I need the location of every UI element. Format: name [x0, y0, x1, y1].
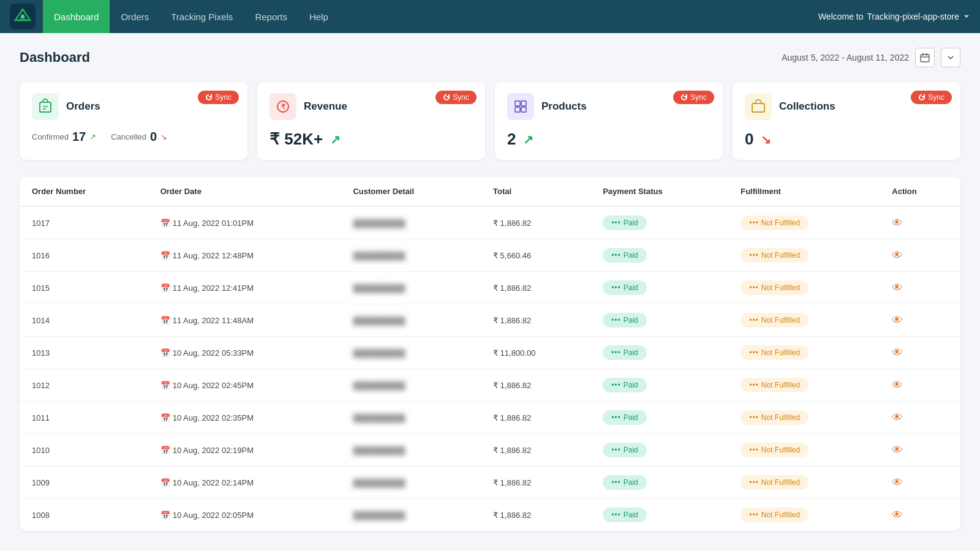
- view-order-button[interactable]: 👁: [892, 282, 903, 294]
- table-row: 1015 📅11 Aug, 2022 12:41PM ██████████ ₹ …: [20, 272, 960, 304]
- view-order-button[interactable]: 👁: [892, 509, 903, 521]
- svg-rect-13: [521, 101, 526, 106]
- fulfillment-badge: ••• Not Fulfilled: [741, 313, 809, 328]
- cell-order-date: 📅11 Aug, 2022 11:48AM: [148, 304, 341, 337]
- cell-total: ₹ 1,886.82: [481, 402, 590, 434]
- table-row: 1017 📅11 Aug, 2022 01:01PM ██████████ ₹ …: [20, 206, 960, 239]
- payment-badge: ••• Paid: [603, 508, 647, 522]
- view-order-button[interactable]: 👁: [892, 444, 903, 456]
- collections-sync-button[interactable]: Sync: [911, 91, 952, 104]
- cell-customer: ██████████: [341, 369, 481, 402]
- view-order-button[interactable]: 👁: [892, 217, 903, 229]
- revenue-card: Sync ₹ Revenue ₹ 52K+ ↗: [257, 82, 485, 160]
- cell-customer: ██████████: [341, 206, 481, 239]
- cell-payment-status: ••• Paid: [590, 239, 728, 272]
- payment-badge: ••• Paid: [603, 378, 647, 392]
- cell-total: ₹ 1,886.82: [481, 304, 590, 337]
- view-order-button[interactable]: 👁: [892, 347, 903, 359]
- customer-name: ██████████: [353, 252, 405, 260]
- cell-fulfillment: ••• Not Fulfilled: [728, 239, 880, 272]
- nav-reports[interactable]: Reports: [244, 0, 298, 33]
- calendar-picker[interactable]: [915, 48, 935, 67]
- payment-badge: ••• Paid: [603, 410, 647, 425]
- fulfillment-badge: ••• Not Fulfilled: [741, 475, 809, 490]
- collections-value: 0 ↘: [745, 130, 948, 149]
- svg-point-2: [21, 15, 24, 18]
- main-content: Dashboard August 5, 2022 - August 11, 20…: [0, 33, 980, 545]
- page-title: Dashboard: [20, 50, 90, 66]
- nav-help[interactable]: Help: [298, 0, 339, 33]
- view-order-button[interactable]: 👁: [892, 411, 903, 424]
- col-payment-status: Payment Status: [590, 177, 728, 206]
- orders-sync-button[interactable]: Sync: [198, 91, 239, 104]
- payment-badge: ••• Paid: [603, 345, 647, 360]
- cell-fulfillment: ••• Not Fulfilled: [728, 499, 880, 531]
- dropdown-arrow[interactable]: [941, 48, 960, 67]
- cell-order-number: 1009: [20, 467, 148, 499]
- payment-badge: ••• Paid: [603, 248, 647, 263]
- table-row: 1016 📅11 Aug, 2022 12:48PM ██████████ ₹ …: [20, 239, 960, 272]
- cell-order-number: 1015: [20, 272, 148, 304]
- cell-order-date: 📅11 Aug, 2022 12:48PM: [148, 239, 341, 272]
- cell-action: 👁: [880, 369, 960, 402]
- customer-name: ██████████: [353, 446, 405, 455]
- cell-total: ₹ 1,886.82: [481, 434, 590, 467]
- fulfillment-badge: ••• Not Fulfilled: [741, 248, 809, 263]
- products-label: Products: [541, 100, 587, 113]
- table-row: 1014 📅11 Aug, 2022 11:48AM ██████████ ₹ …: [20, 304, 960, 337]
- revenue-icon: ₹: [270, 93, 296, 120]
- cell-total: ₹ 1,886.82: [481, 369, 590, 402]
- cell-order-number: 1017: [20, 206, 148, 239]
- payment-badge: ••• Paid: [603, 280, 647, 295]
- cell-payment-status: ••• Paid: [590, 272, 728, 304]
- orders-table: Order Number Order Date Customer Detail …: [20, 177, 960, 531]
- view-order-button[interactable]: 👁: [892, 314, 903, 326]
- cancelled-orders: Cancelled 0 ↘: [111, 130, 167, 144]
- view-order-button[interactable]: 👁: [892, 379, 903, 391]
- view-order-button[interactable]: 👁: [892, 476, 903, 489]
- svg-rect-16: [752, 103, 764, 112]
- cell-total: ₹ 1,886.82: [481, 272, 590, 304]
- col-customer-detail: Customer Detail: [341, 177, 481, 206]
- cell-payment-status: ••• Paid: [590, 304, 728, 337]
- payment-badge: ••• Paid: [603, 216, 647, 230]
- svg-text:₹: ₹: [281, 103, 285, 110]
- nav-orders[interactable]: Orders: [110, 0, 160, 33]
- cell-payment-status: ••• Paid: [590, 369, 728, 402]
- table-row: 1010 📅10 Aug, 2022 02:19PM ██████████ ₹ …: [20, 434, 960, 467]
- customer-name: ██████████: [353, 317, 405, 325]
- navbar: Dashboard Orders Tracking Pixels Reports…: [0, 0, 980, 33]
- products-sync-button[interactable]: Sync: [673, 91, 714, 104]
- cell-order-date: 📅10 Aug, 2022 02:14PM: [148, 467, 341, 499]
- customer-name: ██████████: [353, 479, 405, 487]
- cell-order-number: 1012: [20, 369, 148, 402]
- revenue-sync-button[interactable]: Sync: [435, 91, 477, 104]
- nav-tracking-pixels[interactable]: Tracking Pixels: [160, 0, 244, 33]
- customer-name: ██████████: [353, 381, 405, 390]
- app-logo: [10, 4, 36, 29]
- col-total: Total: [481, 177, 590, 206]
- cell-fulfillment: ••• Not Fulfilled: [728, 337, 880, 369]
- cell-fulfillment: ••• Not Fulfilled: [728, 304, 880, 337]
- cell-customer: ██████████: [341, 434, 481, 467]
- col-action: Action: [880, 177, 960, 206]
- cell-total: ₹ 5,660.46: [481, 239, 590, 272]
- cell-customer: ██████████: [341, 499, 481, 531]
- svg-rect-3: [921, 54, 929, 62]
- nav-dashboard[interactable]: Dashboard: [43, 0, 110, 33]
- cell-customer: ██████████: [341, 272, 481, 304]
- table-row: 1011 📅10 Aug, 2022 02:35PM ██████████ ₹ …: [20, 402, 960, 434]
- cell-payment-status: ••• Paid: [590, 206, 728, 239]
- fulfillment-badge: ••• Not Fulfilled: [741, 280, 809, 295]
- view-order-button[interactable]: 👁: [892, 249, 903, 261]
- cell-fulfillment: ••• Not Fulfilled: [728, 369, 880, 402]
- cell-customer: ██████████: [341, 467, 481, 499]
- nav-welcome: Welcome to Tracking-pixel-app-store: [818, 12, 970, 21]
- cell-total: ₹ 11,800.00: [481, 337, 590, 369]
- orders-label: Orders: [66, 100, 100, 113]
- cell-order-number: 1014: [20, 304, 148, 337]
- cell-order-date: 📅10 Aug, 2022 02:45PM: [148, 369, 341, 402]
- cell-order-date: 📅11 Aug, 2022 12:41PM: [148, 272, 341, 304]
- svg-rect-15: [521, 107, 526, 112]
- table-row: 1009 📅10 Aug, 2022 02:14PM ██████████ ₹ …: [20, 467, 960, 499]
